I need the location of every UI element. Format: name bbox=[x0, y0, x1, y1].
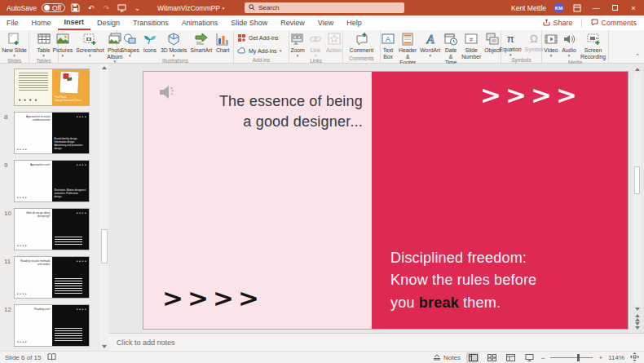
zoom-in-button[interactable]: + bbox=[598, 354, 602, 361]
tab-slide-show[interactable]: Slide Show bbox=[224, 15, 274, 30]
scroll-down-icon[interactable] bbox=[633, 305, 642, 313]
arrows-right-text[interactable]: >>>> bbox=[480, 80, 581, 109]
audio-speaker-icon[interactable] bbox=[157, 83, 177, 104]
slide-show-button[interactable] bbox=[523, 352, 536, 363]
ribbon-group-links: Zoom▾ Link▾ Action Links bbox=[289, 30, 343, 63]
fit-to-window-icon[interactable] bbox=[630, 352, 639, 363]
slide-12-thumbnail[interactable]: Reading con't ♦ ♦ ♦ ♦ ♦ ♦ ♦ ♦ bbox=[14, 304, 90, 347]
table-button[interactable]: Table▾ bbox=[35, 32, 53, 58]
undo-icon[interactable]: ↶ bbox=[86, 2, 96, 13]
screen-recording-button[interactable]: Screen Recording bbox=[578, 32, 608, 60]
shapes-button[interactable]: Shapes▾ bbox=[119, 32, 141, 58]
slide-9-thumbnail[interactable]: Approaches con't ♦ ♦ ♦ ♦ ♦ ♦ ♦ ♦ Illustr… bbox=[14, 160, 90, 202]
thumbnail-scrollbar-thumb[interactable] bbox=[101, 229, 108, 263]
restore-button[interactable] bbox=[609, 2, 620, 14]
tab-view[interactable]: View bbox=[311, 15, 340, 30]
tab-animations[interactable]: Animations bbox=[175, 15, 225, 30]
tab-design[interactable]: Design bbox=[90, 15, 126, 30]
main-scrollbar-thumb[interactable] bbox=[634, 166, 640, 194]
tab-transitions[interactable]: Transitions bbox=[126, 15, 175, 30]
slide-7-thumbnail[interactable]: ♦ ♦ ♦ ♦ Paul Rand, Design Form and Chaos bbox=[14, 69, 90, 106]
text-box-button[interactable]: A Text Box bbox=[379, 32, 397, 60]
3d-models-button[interactable]: 3D Models▾ bbox=[159, 32, 189, 58]
previous-slide-button[interactable] bbox=[633, 313, 642, 321]
thumbnail-item-12: 12 Reading con't ♦ ♦ ♦ ♦ ♦ ♦ ♦ ♦ bbox=[0, 304, 108, 347]
ribbon-group-symbols: π Equation▾ Ω Symbol Symbols bbox=[501, 30, 542, 63]
autosave-toggle[interactable]: Off bbox=[42, 3, 65, 12]
smartart-button[interactable]: SmartArt bbox=[188, 32, 214, 54]
svg-text:A: A bbox=[386, 35, 390, 43]
slide-8-thumbnail[interactable]: Approaches to visual communication ♦ ♦ ♦… bbox=[14, 112, 90, 154]
slide-quote[interactable]: Disciplined freedom: Know the rules befo… bbox=[390, 247, 536, 314]
chart-button[interactable]: Chart bbox=[214, 32, 232, 54]
zoom-out-button[interactable]: – bbox=[541, 354, 545, 361]
slide-canvas[interactable]: The essence of being a good designer... … bbox=[143, 71, 629, 330]
table-icon bbox=[37, 32, 51, 46]
slide-11-thumbnail[interactable]: Reading visuals: methods and modes ♦ ♦ ♦… bbox=[14, 256, 90, 299]
tab-file[interactable]: File bbox=[0, 15, 25, 30]
title-bar: AutoSave Off ↶ ↷ ⌄ WitmanVizCommPP ▾ Ken… bbox=[0, 0, 644, 15]
search-icon bbox=[249, 4, 255, 12]
next-slide-button[interactable] bbox=[633, 321, 642, 330]
notes-toggle-button[interactable]: Notes bbox=[433, 354, 461, 361]
search-input[interactable] bbox=[258, 4, 389, 11]
audio-button[interactable]: Audio▾ bbox=[560, 32, 578, 58]
screen-recording-icon bbox=[586, 32, 601, 46]
scroll-up-icon[interactable] bbox=[633, 65, 642, 73]
scroll-up-icon[interactable] bbox=[100, 64, 108, 72]
slide-editing-area: The essence of being a good designer... … bbox=[108, 64, 644, 333]
ribbon-display-options-icon[interactable] bbox=[571, 2, 583, 14]
header-footer-button[interactable]: Header & Footer bbox=[397, 32, 418, 66]
arrows-left-text[interactable]: >>>> bbox=[162, 283, 263, 312]
chart-icon bbox=[215, 32, 230, 46]
close-button[interactable]: × bbox=[628, 2, 639, 14]
customize-toolbar-icon[interactable]: ⌄ bbox=[132, 2, 143, 13]
get-addins-button[interactable]: Get Add-ins bbox=[234, 32, 282, 44]
tab-review[interactable]: Review bbox=[274, 15, 311, 30]
thumbnail-item-8: 8 Approaches to visual communication ♦ ♦… bbox=[0, 112, 108, 154]
thumbnail-item-11: 11 Reading visuals: methods and modes ♦ … bbox=[0, 256, 108, 299]
share-button[interactable]: Share bbox=[539, 19, 576, 28]
present-icon[interactable] bbox=[117, 2, 127, 13]
minimize-button[interactable]: — bbox=[590, 2, 602, 14]
search-box[interactable] bbox=[245, 2, 404, 13]
slide-number-button[interactable]: # Slide Number bbox=[460, 32, 483, 60]
save-icon[interactable] bbox=[70, 2, 81, 13]
screenshot-button[interactable]: Screenshot▾ bbox=[74, 32, 105, 58]
icons-button[interactable]: Icons bbox=[141, 32, 159, 54]
wordart-button[interactable]: A WordArt▾ bbox=[418, 32, 442, 58]
slide-sorter-view-button[interactable] bbox=[485, 352, 498, 363]
document-title[interactable]: WitmanVizCommPP ▾ bbox=[157, 0, 224, 15]
new-slide-button[interactable]: New Slide▾ bbox=[0, 32, 29, 58]
comment-button[interactable]: Comment bbox=[348, 32, 375, 54]
zoom-slider-thumb[interactable] bbox=[577, 354, 580, 361]
pictures-button[interactable]: Pictures▾ bbox=[51, 32, 75, 58]
my-addins-button[interactable]: My Add-ins ▾ bbox=[234, 45, 285, 57]
user-name[interactable]: Kent Mettle bbox=[511, 4, 546, 12]
tab-insert[interactable]: Insert bbox=[58, 15, 91, 30]
tab-help[interactable]: Help bbox=[340, 15, 368, 30]
zoom-button[interactable]: Zoom▾ bbox=[289, 32, 307, 58]
redo-icon: ↷ bbox=[101, 2, 112, 13]
scroll-down-icon[interactable] bbox=[100, 343, 108, 351]
avatar[interactable]: KM bbox=[554, 2, 564, 13]
zoom-level[interactable]: 114% bbox=[608, 354, 624, 361]
date-time-button[interactable]: Date & Time bbox=[442, 32, 460, 66]
comments-button[interactable]: Comments bbox=[587, 19, 641, 28]
video-icon bbox=[544, 32, 558, 46]
wordart-icon: A bbox=[423, 32, 438, 46]
slide-10-thumbnail[interactable]: How do we go about designing? ♦ ♦ ♦ ♦ ♦ … bbox=[14, 208, 90, 250]
video-button[interactable]: Video▾ bbox=[542, 32, 560, 58]
accessibility-icon[interactable] bbox=[47, 353, 56, 362]
main-scrollbar[interactable] bbox=[633, 65, 642, 330]
slide-heading[interactable]: The essence of being a good designer... bbox=[219, 91, 363, 132]
equation-button[interactable]: π Equation▾ bbox=[498, 32, 523, 57]
notes-pane[interactable]: Click to add notes bbox=[108, 333, 644, 351]
reading-view-button[interactable] bbox=[504, 352, 517, 363]
tab-home[interactable]: Home bbox=[25, 15, 58, 30]
normal-view-button[interactable] bbox=[466, 352, 479, 363]
collapse-ribbon-icon[interactable]: ⌃ bbox=[635, 53, 640, 60]
zoom-slider[interactable] bbox=[550, 357, 593, 358]
ribbon-group-text: A Text Box Header & Footer A WordArt▾ Da… bbox=[381, 30, 501, 63]
thumbnail-scrollbar[interactable] bbox=[100, 64, 108, 351]
